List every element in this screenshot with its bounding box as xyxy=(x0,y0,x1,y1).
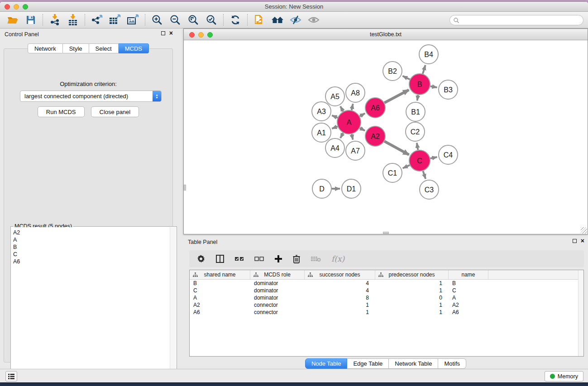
edge-A-A5[interactable] xyxy=(340,106,343,111)
column-header-successor-nodes[interactable]: successor nodes xyxy=(305,270,375,279)
add-column-icon[interactable] xyxy=(274,255,282,263)
edge-A-A3[interactable] xyxy=(332,115,338,118)
search-input[interactable] xyxy=(459,16,583,24)
network-canvas[interactable]: B4B2BB3A8A5A6A3B1AC2A1A2A4A7C4CC1C3DD1 xyxy=(184,40,588,234)
select-all-icon[interactable] xyxy=(234,256,244,262)
edge-A2-C[interactable] xyxy=(384,141,409,155)
home-icon[interactable] xyxy=(268,13,287,27)
zoom-fit-icon[interactable] xyxy=(184,13,202,27)
edge-B-B4[interactable] xyxy=(423,65,425,74)
open-session-icon[interactable] xyxy=(4,13,22,27)
tab-node-table[interactable]: Node Table xyxy=(305,358,348,369)
status-bar: Memory xyxy=(0,369,588,382)
node-label-C4: C4 xyxy=(444,151,453,159)
edge-C-C2[interactable] xyxy=(417,143,418,150)
save-session-icon[interactable] xyxy=(22,13,40,27)
node-table[interactable]: shared nameMCDS rolesuccessor nodesprede… xyxy=(189,270,584,357)
result-item[interactable]: C xyxy=(13,251,170,258)
edge-A-A7[interactable] xyxy=(352,134,353,139)
table-row[interactable]: A6connector11A6 xyxy=(190,309,583,316)
edge-A-A6[interactable] xyxy=(360,114,365,116)
run-mcds-button[interactable]: Run MCDS xyxy=(38,106,85,117)
edge-C-C1[interactable] xyxy=(403,165,410,168)
zoom-selected-icon[interactable] xyxy=(202,13,220,27)
edge-B-B2[interactable] xyxy=(403,76,410,80)
export-image-icon[interactable] xyxy=(124,13,142,27)
column-header-predecessor-nodes[interactable]: predecessor nodes xyxy=(375,270,449,279)
edge-A-A4[interactable] xyxy=(340,133,343,138)
search-field[interactable] xyxy=(449,15,583,25)
result-scrollbar[interactable] xyxy=(170,227,176,381)
table-cell: B xyxy=(190,280,250,286)
export-network-icon[interactable] xyxy=(88,13,106,27)
table-cell: 4 xyxy=(305,280,375,286)
table-row[interactable]: Bdominator41B xyxy=(190,280,583,287)
close-panel-button[interactable]: Close panel xyxy=(91,106,139,117)
resize-grip[interactable] xyxy=(581,227,587,234)
export-table-icon[interactable] xyxy=(106,13,124,27)
mcds-result-list[interactable]: A2ABCA6 xyxy=(11,227,170,381)
result-item[interactable]: A2 xyxy=(13,229,170,236)
tab-select[interactable]: Select xyxy=(89,43,119,53)
edge-B-B3[interactable] xyxy=(430,86,437,87)
import-table-icon[interactable] xyxy=(64,13,82,27)
table-cell: A6 xyxy=(190,309,250,315)
duplicate-network-icon[interactable] xyxy=(250,13,268,27)
table-cell: 1 xyxy=(375,287,449,294)
table-row[interactable]: Cdominator41C xyxy=(190,287,583,294)
close-panel-icon[interactable]: × xyxy=(169,30,173,36)
dropdown-stepper-icon: ▲▼ xyxy=(153,91,161,101)
tab-mcds[interactable]: MCDS xyxy=(119,43,149,53)
float-panel-icon[interactable] xyxy=(573,239,577,243)
table-panel-title: Table Panel xyxy=(188,239,217,245)
close-panel-icon[interactable]: × xyxy=(581,238,584,243)
network-window-titlebar[interactable]: testGlobe.txt xyxy=(184,29,588,40)
show-panels-button[interactable] xyxy=(5,371,17,381)
app-titlebar[interactable]: Session: New Session xyxy=(0,2,588,12)
criterion-dropdown[interactable]: largest connected component (directed) ▲… xyxy=(20,91,162,102)
float-panel-icon[interactable] xyxy=(161,31,165,35)
toolbar-separator xyxy=(247,14,248,26)
column-header-name[interactable]: name xyxy=(449,270,488,279)
table-row[interactable]: A2connector11A2 xyxy=(190,301,583,309)
column-header-shared-name[interactable]: shared name xyxy=(190,270,250,279)
table-row[interactable]: Adominator80A xyxy=(190,294,583,301)
edge-C-C4[interactable] xyxy=(430,157,437,158)
network-graph[interactable]: B4B2BB3A8A5A6A3B1AC2A1A2A4A7C4CC1C3DD1 xyxy=(184,40,588,234)
splitter-handle[interactable] xyxy=(184,185,186,191)
edge-B-B1[interactable] xyxy=(417,95,418,101)
tab-motifs[interactable]: Motifs xyxy=(438,358,466,369)
zoom-in-icon[interactable] xyxy=(148,13,166,27)
function-icon[interactable]: f(x) xyxy=(331,254,344,263)
gear-icon[interactable] xyxy=(196,254,206,263)
import-network-icon[interactable] xyxy=(46,13,64,27)
edge-A6-B[interactable] xyxy=(384,90,409,103)
tab-network-table[interactable]: Network Table xyxy=(389,358,438,369)
table-cell: A6 xyxy=(449,309,488,315)
result-item[interactable]: B xyxy=(13,243,170,251)
splitter-handle[interactable] xyxy=(383,232,389,234)
trash-icon[interactable] xyxy=(292,254,301,263)
delete-table-icon[interactable] xyxy=(311,255,321,262)
tab-style[interactable]: Style xyxy=(63,43,89,53)
edge-A-A1[interactable] xyxy=(332,127,337,129)
result-item[interactable]: A xyxy=(13,236,170,243)
column-icon[interactable] xyxy=(215,254,225,263)
criterion-label: Optimization criterion: xyxy=(4,81,172,87)
edge-C-C3[interactable] xyxy=(423,171,425,179)
node-label-C: C xyxy=(417,157,422,165)
result-item[interactable]: A6 xyxy=(13,258,170,265)
edge-A-A8[interactable] xyxy=(352,104,353,110)
edge-A-A2[interactable] xyxy=(360,128,365,131)
table-scrollbar[interactable] xyxy=(578,270,583,356)
tab-edge-table[interactable]: Edge Table xyxy=(347,358,389,369)
refresh-icon[interactable] xyxy=(226,13,244,27)
control-panel-title: Control Panel xyxy=(5,31,39,38)
show-eye-icon[interactable] xyxy=(305,13,323,27)
hide-eye-icon[interactable] xyxy=(287,13,305,27)
unselect-all-icon[interactable] xyxy=(254,256,264,262)
zoom-out-icon[interactable] xyxy=(166,13,184,27)
tab-network[interactable]: Network xyxy=(28,43,63,53)
memory-button[interactable]: Memory xyxy=(545,371,583,381)
column-header-MCDS-role[interactable]: MCDS role xyxy=(250,270,305,279)
